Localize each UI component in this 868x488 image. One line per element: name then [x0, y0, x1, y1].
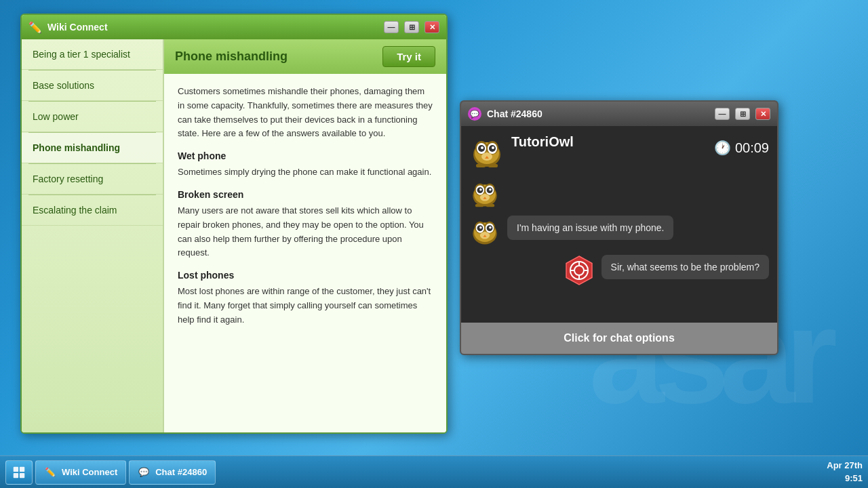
svg-rect-48	[20, 466, 24, 471]
timer-value: 00:09	[735, 140, 769, 156]
chat-message-user: I'm having an issue with my phone.	[469, 216, 769, 247]
chat-messages: I'm having an issue with my phone. Sir, …	[469, 216, 769, 286]
taskbar-wiki-label: Wiki Connect	[62, 467, 117, 477]
wiki-close-button[interactable]: ✕	[425, 21, 439, 33]
wiki-content-title: Phone mishandling	[175, 49, 288, 64]
agent-avatar	[564, 255, 595, 286]
chat-footer[interactable]: Click for chat options	[461, 323, 777, 354]
svg-point-8	[481, 146, 484, 149]
wiki-titlebar: ✏️ Wiki Connect — ⊞ ✕	[22, 15, 446, 39]
svg-rect-13	[488, 164, 498, 167]
chat-close-button[interactable]: ✕	[755, 108, 770, 120]
taskbar-chat-icon: 💬	[138, 466, 150, 479]
chat-timer: 🕐 00:09	[714, 140, 769, 156]
svg-point-36	[479, 226, 482, 229]
section-body-lost-phones: Most lost phones are within range of the…	[178, 285, 433, 327]
taskbar-chat[interactable]: 💬 Chat #24860	[129, 460, 216, 485]
wiki-intro-text: Customers sometimes mishandle their phon…	[178, 85, 433, 141]
wiki-main: Phone mishandling Try it Customers somet…	[164, 39, 446, 432]
chat-window: 💬 Chat #24860 — ⊞ ✕	[460, 100, 778, 355]
svg-point-9	[492, 146, 494, 149]
section-heading-lost-phones: Lost phones	[178, 270, 433, 281]
wiki-sidebar: Being a tier 1 specialist Base solutions…	[22, 39, 164, 432]
chat-username: TutoriOwl	[511, 134, 574, 150]
section-body-wet-phone: Sometimes simply drying the phone can ma…	[178, 165, 433, 180]
sidebar-item-phone-mishandling[interactable]: Phone mishandling	[22, 133, 163, 163]
wiki-maximize-button[interactable]: ⊞	[404, 21, 419, 33]
sidebar-item-factory-resetting[interactable]: Factory resetting	[22, 164, 163, 195]
sidebar-item-base-solutions[interactable]: Base solutions	[22, 70, 163, 101]
taskbar-wiki-icon: ✏️	[44, 466, 56, 479]
svg-rect-47	[14, 466, 18, 471]
svg-point-23	[489, 188, 492, 191]
chat-message-agent: Sir, what seems to be the problem?	[469, 255, 769, 286]
svg-point-37	[489, 226, 492, 229]
chat-footer-text: Click for chat options	[564, 332, 675, 344]
svg-rect-49	[14, 472, 18, 477]
wiki-content-body: Customers sometimes mishandle their phon…	[164, 74, 446, 432]
chat-minimize-button[interactable]: —	[715, 108, 730, 120]
agent-message-bubble: Sir, what seems to be the problem?	[601, 255, 769, 279]
clock-time: 9:51	[827, 472, 863, 485]
wiki-title-text: Wiki Connect	[47, 22, 378, 33]
user-avatar	[469, 134, 505, 169]
section-body-broken-screen: Many users are not aware that stores sel…	[178, 204, 433, 260]
wiki-body: Being a tier 1 specialist Base solutions…	[22, 39, 446, 432]
svg-rect-26	[475, 204, 484, 207]
wiki-minimize-button[interactable]: —	[384, 21, 399, 33]
taskbar-chat-label: Chat #24860	[155, 467, 207, 477]
taskbar-clock: Apr 27th 9:51	[827, 460, 863, 484]
timer-icon: 🕐	[714, 140, 731, 156]
svg-rect-27	[486, 204, 494, 207]
chat-title-text: Chat #24860	[487, 108, 709, 119]
chat-titlebar: 💬 Chat #24860 — ⊞ ✕	[461, 102, 777, 126]
taskbar-wiki-connect[interactable]: ✏️ Wiki Connect	[35, 460, 126, 485]
svg-rect-50	[20, 472, 24, 477]
second-avatar	[469, 178, 500, 209]
chat-title-icon: 💬	[468, 107, 481, 121]
wiki-window: ✏️ Wiki Connect — ⊞ ✕ Being a tier 1 spe…	[20, 14, 448, 434]
chat-maximize-button[interactable]: ⊞	[735, 108, 750, 120]
chat-body: TutoriOwl 🕐 00:09	[461, 126, 777, 323]
sidebar-item-tier-specialist[interactable]: Being a tier 1 specialist	[22, 39, 163, 70]
sidebar-item-escalating-claim[interactable]: Escalating the claim	[22, 195, 163, 226]
wiki-title-icon: ✏️	[28, 21, 42, 34]
second-avatar-row	[469, 178, 769, 209]
user-message-avatar	[469, 216, 500, 247]
wiki-content-header: Phone mishandling Try it	[164, 39, 446, 74]
sidebar-item-low-power[interactable]: Low power	[22, 102, 163, 132]
try-it-button[interactable]: Try it	[382, 46, 435, 67]
chat-user-header: TutoriOwl 🕐 00:09	[469, 134, 769, 169]
section-heading-wet-phone: Wet phone	[178, 150, 433, 161]
clock-date: Apr 27th	[827, 460, 863, 472]
start-button[interactable]	[5, 460, 33, 485]
svg-rect-12	[476, 164, 486, 167]
taskbar: ✏️ Wiki Connect 💬 Chat #24860 Apr 27th 9…	[0, 455, 868, 488]
user-message-bubble: I'm having an issue with my phone.	[507, 216, 673, 240]
section-heading-broken-screen: Broken screen	[178, 189, 433, 200]
svg-point-22	[479, 188, 482, 191]
